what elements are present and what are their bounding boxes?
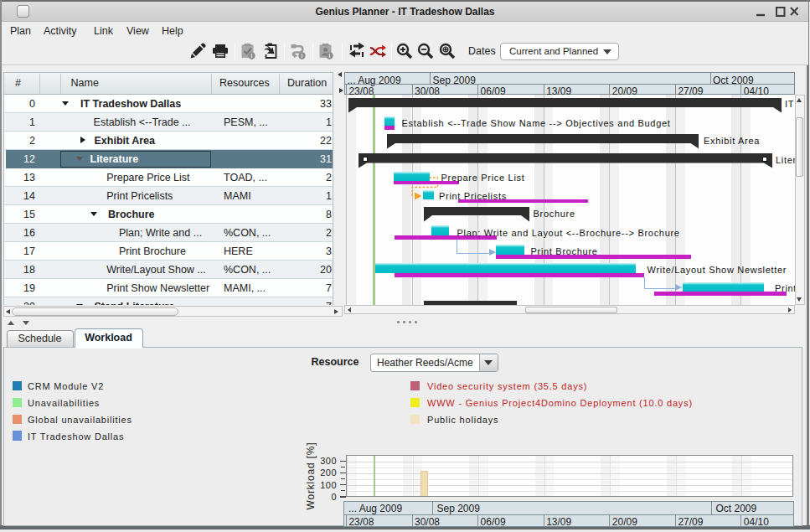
svg-text:i: i xyxy=(328,53,330,59)
svg-text:i: i xyxy=(301,53,302,59)
svg-text:i: i xyxy=(251,53,253,59)
